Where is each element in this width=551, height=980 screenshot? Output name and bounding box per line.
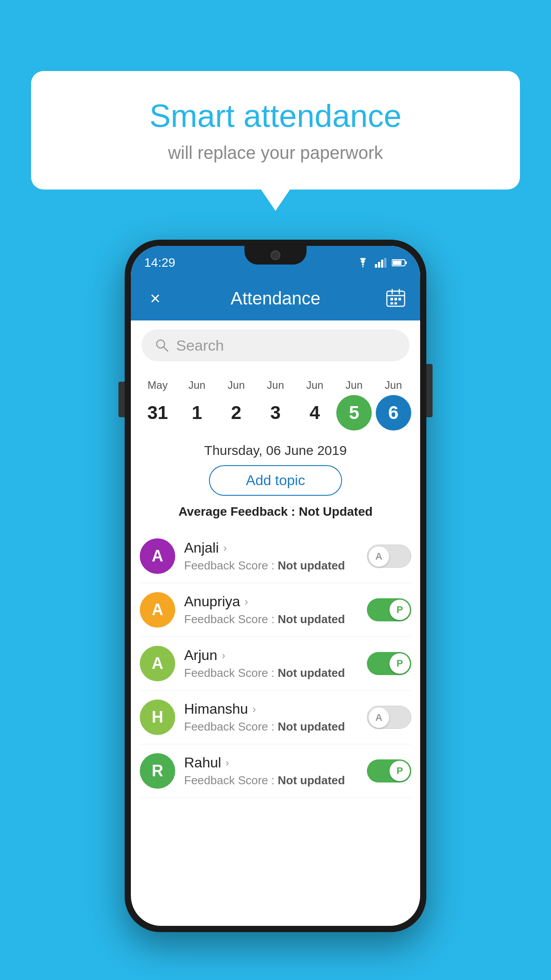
attendance-toggle[interactable]: P	[367, 598, 411, 621]
student-list: AAnjali ›Feedback Score : Not updatedAAA…	[131, 530, 420, 798]
calendar-day[interactable]: Jun6	[376, 379, 411, 431]
chevron-icon: ›	[223, 542, 227, 554]
calendar-icon[interactable]	[385, 287, 407, 309]
svg-line-17	[164, 347, 168, 351]
battery-icon	[392, 259, 407, 267]
speech-bubble: Smart attendance will replace your paper…	[31, 71, 520, 190]
cal-month: Jun	[346, 379, 363, 391]
student-avatar: R	[140, 753, 175, 789]
toggle-knob: A	[369, 546, 389, 567]
cal-month: Jun	[188, 379, 205, 391]
chevron-icon: ›	[252, 703, 256, 715]
toggle-knob: A	[369, 707, 389, 728]
student-item: AAnupriya ›Feedback Score : Not updatedP	[140, 583, 411, 637]
svg-rect-5	[393, 261, 401, 265]
phone-screen: 14:29	[131, 246, 420, 926]
svg-rect-12	[394, 298, 397, 300]
cal-month: Jun	[228, 379, 245, 391]
close-button[interactable]: ×	[144, 287, 166, 309]
student-info: Himanshu ›Feedback Score : Not updated	[184, 701, 358, 734]
cal-date: 3	[258, 395, 293, 431]
app-bar: × Attendance	[131, 276, 420, 320]
calendar-day[interactable]: Jun1	[179, 379, 215, 431]
student-info: Arjun ›Feedback Score : Not updated	[184, 647, 358, 680]
student-info: Rahul ›Feedback Score : Not updated	[184, 755, 358, 787]
svg-rect-2	[381, 260, 383, 268]
status-icons	[356, 258, 407, 268]
attendance-toggle[interactable]: P	[367, 652, 411, 675]
calendar-day[interactable]: May31	[140, 379, 175, 431]
selected-date-label: Thursday, 06 June 2019	[131, 443, 420, 458]
signal-icon	[375, 258, 386, 268]
feedback-score: Feedback Score : Not updated	[184, 612, 358, 626]
toggle-knob: P	[390, 600, 410, 620]
calendar-svg	[386, 288, 405, 308]
student-name[interactable]: Rahul ›	[184, 755, 358, 771]
speech-bubble-title: Smart attendance	[53, 98, 498, 134]
feedback-score: Feedback Score : Not updated	[184, 720, 358, 734]
feedback-score: Feedback Score : Not updated	[184, 559, 358, 573]
calendar-day[interactable]: Jun3	[258, 379, 293, 431]
wifi-icon	[356, 258, 370, 268]
student-name[interactable]: Anupriya ›	[184, 593, 358, 610]
avg-feedback-label: Average Feedback :	[178, 505, 295, 518]
cal-date: 2	[218, 395, 254, 431]
svg-rect-15	[394, 302, 397, 304]
cal-date: 31	[140, 395, 175, 431]
student-item: HHimanshu ›Feedback Score : Not updatedA	[140, 691, 411, 744]
cal-date: 4	[297, 395, 333, 431]
calendar-day[interactable]: Jun2	[218, 379, 254, 431]
svg-rect-6	[405, 261, 407, 264]
feedback-score: Feedback Score : Not updated	[184, 666, 358, 680]
svg-rect-14	[390, 302, 393, 304]
feedback-score: Feedback Score : Not updated	[184, 774, 358, 787]
attendance-toggle[interactable]: P	[367, 759, 411, 782]
student-info: Anjali ›Feedback Score : Not updated	[184, 540, 358, 573]
phone-outer: 14:29	[125, 240, 426, 932]
attendance-toggle[interactable]: A	[367, 545, 411, 568]
toggle-knob: P	[390, 761, 410, 781]
cal-date: 5	[336, 395, 372, 431]
student-name[interactable]: Anjali ›	[184, 540, 358, 556]
chevron-icon: ›	[222, 649, 225, 662]
student-name[interactable]: Himanshu ›	[184, 701, 358, 717]
cal-month: May	[148, 379, 168, 391]
avg-feedback: Average Feedback : Not Updated	[131, 505, 420, 519]
cal-month: Jun	[385, 379, 402, 391]
svg-rect-3	[384, 258, 386, 268]
camera-dot	[271, 250, 280, 260]
avg-feedback-value: Not Updated	[299, 505, 372, 518]
student-info: Anupriya ›Feedback Score : Not updated	[184, 593, 358, 626]
search-bar[interactable]: Search	[142, 329, 409, 361]
cal-date: 1	[179, 395, 215, 431]
student-avatar: A	[140, 538, 175, 574]
search-icon	[155, 338, 169, 352]
student-name[interactable]: Arjun ›	[184, 647, 358, 664]
student-item: AAnjali ›Feedback Score : Not updatedA	[140, 530, 411, 583]
calendar-row: May31Jun1Jun2Jun3Jun4Jun5Jun6	[131, 370, 420, 435]
student-avatar: A	[140, 592, 175, 628]
svg-rect-13	[398, 298, 401, 300]
attendance-toggle[interactable]: A	[367, 706, 411, 729]
status-time: 14:29	[144, 256, 175, 270]
student-avatar: H	[140, 699, 175, 735]
student-avatar: A	[140, 646, 175, 681]
phone-notch	[244, 246, 307, 265]
calendar-day[interactable]: Jun5	[336, 379, 372, 431]
add-topic-button[interactable]: Add topic	[209, 465, 342, 496]
cal-date: 6	[376, 395, 411, 431]
student-item: AArjun ›Feedback Score : Not updatedP	[140, 637, 411, 691]
svg-rect-1	[378, 262, 380, 268]
cal-month: Jun	[306, 379, 323, 391]
svg-rect-11	[390, 298, 393, 300]
svg-rect-0	[375, 264, 377, 268]
speech-bubble-subtitle: will replace your paperwork	[53, 143, 498, 163]
search-input[interactable]: Search	[176, 337, 224, 354]
cal-month: Jun	[267, 379, 284, 391]
phone: 14:29	[125, 240, 426, 932]
chevron-icon: ›	[226, 757, 229, 769]
student-item: RRahul ›Feedback Score : Not updatedP	[140, 744, 411, 798]
chevron-icon: ›	[244, 596, 248, 608]
calendar-day[interactable]: Jun4	[297, 379, 333, 431]
app-bar-title: Attendance	[231, 288, 320, 308]
